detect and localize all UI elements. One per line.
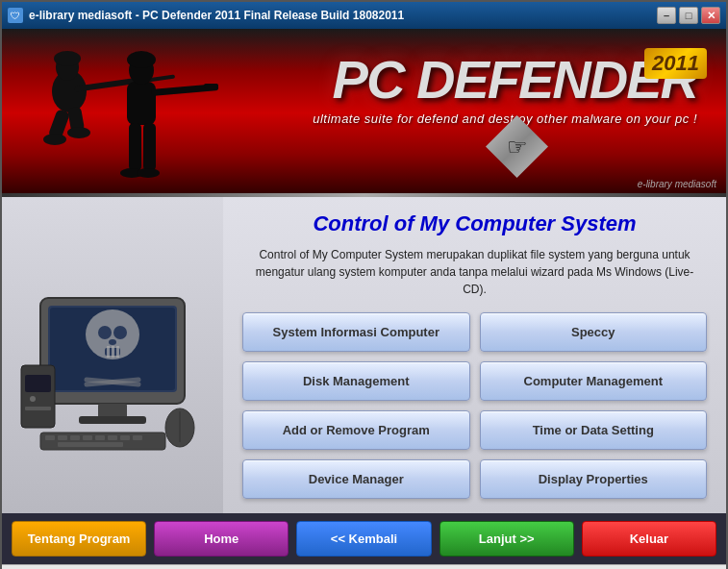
bottom-nav-bar: Tentang Program Home << Kembali Lanjut >… (2, 513, 726, 564)
svg-rect-40 (95, 435, 105, 440)
computer-management-button[interactable]: Computer Management (480, 361, 708, 401)
svg-point-7 (43, 134, 66, 145)
svg-point-23 (113, 326, 127, 339)
content-area: Control of My Computer System Control of… (2, 197, 726, 513)
svg-rect-41 (108, 435, 117, 440)
main-window: 🛡 e-library mediasoft - PC Defender 2011… (0, 0, 728, 569)
svg-point-11 (127, 51, 156, 68)
svg-rect-37 (58, 435, 67, 440)
svg-rect-32 (25, 375, 51, 392)
svg-rect-38 (70, 435, 80, 440)
minimize-button[interactable]: – (657, 7, 676, 24)
time-data-button[interactable]: Time or Data Setting (480, 410, 708, 450)
titlebar-left: 🛡 e-library mediasoft - PC Defender 2011… (8, 8, 404, 23)
hand-icon: ☞ (507, 134, 528, 161)
soldier-2 (120, 51, 218, 178)
header-banner: PC DEFENDER 2011 ultimate suite for defe… (2, 29, 726, 197)
svg-rect-34 (25, 407, 51, 410)
svg-rect-15 (143, 123, 156, 171)
status-bar: Copyright © 2007-2011 e-library mediasof… (2, 564, 726, 569)
svg-point-33 (30, 396, 36, 402)
add-remove-button[interactable]: Add or Remove Program (242, 410, 470, 450)
lanjut-button[interactable]: Lanjut >> (439, 521, 574, 557)
titlebar: 🛡 e-library mediasoft - PC Defender 2011… (2, 2, 726, 29)
kembali-button[interactable]: << Kembali (296, 521, 431, 557)
section-description: Control of My Computer System merupakan … (242, 246, 707, 298)
svg-point-2 (54, 51, 81, 66)
home-button[interactable]: Home (154, 521, 289, 557)
svg-rect-44 (58, 442, 123, 447)
brand-label: e-library mediasoft (638, 179, 716, 189)
svg-rect-26 (112, 346, 114, 358)
svg-rect-25 (107, 346, 110, 358)
window-title: e-library mediasoft - PC Defender 2011 F… (29, 9, 404, 22)
section-title: Control of My Computer System (242, 211, 707, 236)
button-grid: System Informasi Computer Speccy Disk Ma… (242, 312, 707, 499)
svg-point-28 (109, 339, 116, 345)
svg-rect-29 (98, 404, 127, 418)
svg-rect-14 (129, 123, 141, 171)
svg-rect-43 (133, 435, 142, 440)
svg-rect-42 (120, 435, 130, 440)
window-controls: – □ ✕ (657, 7, 720, 24)
svg-rect-30 (79, 416, 146, 424)
logo-container: PC DEFENDER 2011 (333, 53, 697, 107)
computer-skull-svg (12, 250, 213, 461)
svg-rect-39 (83, 435, 92, 440)
device-manager-button[interactable]: Device Manager (242, 459, 470, 499)
svg-rect-13 (204, 84, 218, 88)
svg-point-8 (67, 127, 90, 138)
svg-rect-36 (45, 435, 55, 440)
year-badge: 2011 (644, 48, 707, 79)
maximize-button[interactable]: □ (679, 7, 698, 24)
soldiers-decoration (2, 43, 223, 197)
speccy-button[interactable]: Speccy (480, 312, 708, 352)
app-icon: 🛡 (8, 8, 23, 23)
system-info-button[interactable]: System Informasi Computer (242, 312, 470, 352)
disk-management-button[interactable]: Disk Management (242, 361, 470, 401)
svg-rect-9 (127, 82, 156, 125)
diamond-icon: ☞ (486, 115, 548, 178)
display-properties-button[interactable]: Display Properties (480, 459, 708, 499)
banner-icon-container: ☞ (486, 115, 548, 178)
left-image-area (2, 197, 223, 513)
svg-rect-27 (116, 346, 119, 358)
svg-rect-31 (21, 365, 55, 428)
svg-rect-35 (40, 433, 165, 450)
soldiers-svg (2, 34, 223, 197)
tentang-button[interactable]: Tentang Program (12, 521, 146, 557)
app-logo: PC DEFENDER (333, 53, 697, 107)
keluar-button[interactable]: Keluar (582, 521, 716, 557)
svg-point-17 (137, 168, 160, 178)
close-button[interactable]: ✕ (701, 7, 720, 24)
right-content: Control of My Computer System Control of… (223, 197, 726, 513)
svg-point-22 (98, 326, 112, 339)
